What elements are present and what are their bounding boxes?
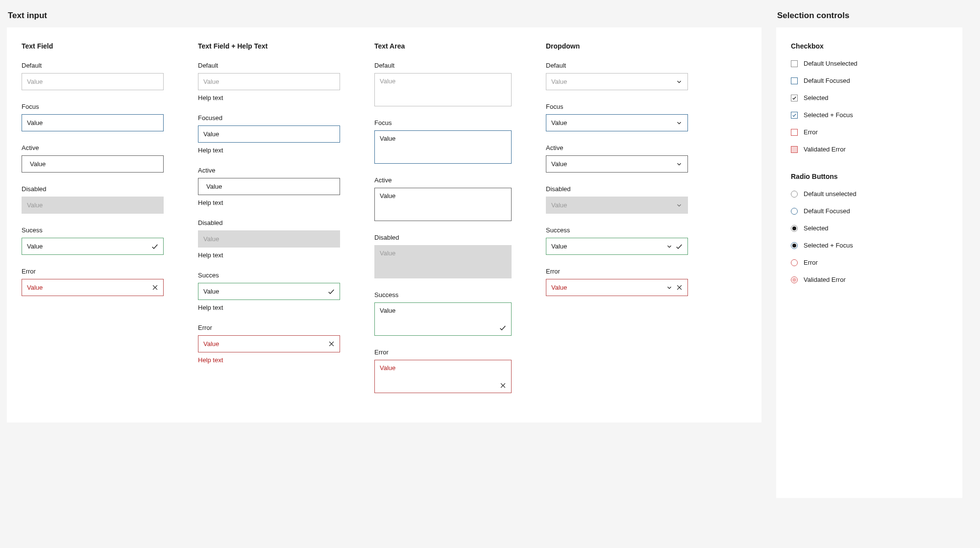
checkbox-selected-label: Selected — [804, 94, 829, 101]
radio-selected-label: Selected — [804, 224, 829, 232]
radio-default-label: Default unselected — [804, 190, 857, 198]
checkbox-validated-error-label: Validated Error — [804, 146, 846, 153]
chevron-down-icon — [675, 119, 684, 127]
radio-title: Radio Buttons — [791, 173, 948, 180]
ta-disabled-input: Value — [374, 245, 512, 278]
checkbox-focused-label: Default Focused — [804, 77, 850, 84]
tf-focus-input[interactable]: Value — [22, 114, 164, 131]
dd-focus[interactable]: Value — [546, 114, 688, 131]
dd-error-label: Error — [546, 268, 688, 275]
tf-success-label: Sucess — [22, 226, 164, 234]
tfh-disabled-help: Help text — [198, 251, 340, 259]
tfh-error-help: Help text — [198, 356, 340, 364]
checkbox-default[interactable] — [791, 60, 798, 67]
tfh-active-label: Active — [198, 167, 340, 174]
tfh-disabled-label: Disabled — [198, 219, 340, 226]
ta-focus-label: Focus — [374, 119, 512, 126]
chevron-down-icon — [675, 201, 684, 210]
tf-success-input[interactable]: Value — [22, 238, 164, 255]
text-field-help-title: Text Field + Help Text — [198, 42, 340, 50]
tfh-default-label: Default — [198, 62, 340, 69]
ta-error-input[interactable]: Value — [374, 360, 512, 393]
radio-selected-focus[interactable] — [791, 242, 798, 249]
radio-validated-error-label: Validated Error — [804, 276, 846, 283]
dd-disabled: Value — [546, 197, 688, 214]
radio-focused[interactable] — [791, 208, 798, 215]
dd-focus-label: Focus — [546, 103, 688, 110]
checkbox-selected-focus[interactable] — [791, 112, 798, 119]
tf-default-input[interactable]: Value — [22, 73, 164, 90]
checkbox-selected-focus-label: Selected + Focus — [804, 111, 853, 119]
tf-active-input[interactable]: Value — [22, 155, 164, 173]
tfh-active-help: Help text — [198, 199, 340, 206]
text-area-title: Text Area — [374, 42, 512, 50]
chevron-down-icon — [675, 77, 684, 86]
radio-focused-label: Default Focused — [804, 207, 850, 215]
check-icon — [150, 242, 159, 251]
dd-active-label: Active — [546, 144, 688, 151]
tfh-disabled-input: Value — [198, 230, 340, 248]
x-icon — [327, 340, 336, 349]
tfh-focus-label: Focused — [198, 114, 340, 122]
ta-focus-input[interactable]: Value — [374, 130, 512, 164]
tfh-error-label: Error — [198, 324, 340, 331]
tf-disabled-input: Value — [22, 197, 164, 214]
dd-success[interactable]: Value — [546, 238, 688, 255]
tfh-default-input[interactable]: Value — [198, 73, 340, 90]
ta-error-label: Error — [374, 349, 512, 356]
text-input-section-title: Text input — [8, 11, 761, 21]
checkbox-default-label: Default Unselected — [804, 60, 858, 67]
x-icon — [498, 381, 507, 390]
tfh-error-input[interactable]: Value — [198, 335, 340, 352]
check-icon — [498, 324, 507, 332]
tfh-active-input[interactable]: Value — [198, 178, 340, 195]
ta-default-input[interactable]: Value — [374, 73, 512, 106]
checkbox-validated-error[interactable] — [791, 146, 798, 153]
dd-default[interactable]: Value — [546, 73, 688, 90]
radio-error-label: Error — [804, 259, 818, 266]
tf-active-label: Active — [22, 144, 164, 151]
ta-active-input[interactable]: Value — [374, 188, 512, 221]
checkbox-focused[interactable] — [791, 77, 798, 84]
checkbox-selected[interactable] — [791, 95, 798, 101]
check-icon — [675, 242, 684, 251]
tfh-focus-input[interactable]: Value — [198, 125, 340, 143]
selection-controls-section-title: Selection controls — [777, 11, 962, 21]
tf-error-input[interactable]: Value — [22, 279, 164, 296]
ta-success-input[interactable]: Value — [374, 302, 512, 336]
tfh-default-help: Help text — [198, 94, 340, 101]
chevron-down-icon — [675, 160, 684, 169]
tfh-success-help: Help text — [198, 304, 340, 311]
text-field-title: Text Field — [22, 42, 164, 50]
x-icon — [675, 283, 684, 292]
checkbox-error[interactable] — [791, 129, 798, 136]
x-icon — [150, 283, 159, 292]
checkbox-title: Checkbox — [791, 42, 948, 50]
chevron-down-icon — [665, 242, 674, 251]
radio-selected-focus-label: Selected + Focus — [804, 242, 853, 249]
checkbox-error-label: Error — [804, 128, 818, 136]
dd-error[interactable]: Value — [546, 279, 688, 296]
chevron-down-icon — [665, 283, 674, 292]
ta-default-label: Default — [374, 62, 512, 69]
ta-success-label: Success — [374, 291, 512, 299]
ta-disabled-label: Disabled — [374, 234, 512, 241]
radio-default[interactable] — [791, 191, 798, 198]
dd-success-label: Success — [546, 226, 688, 234]
check-icon — [327, 287, 336, 296]
ta-active-label: Active — [374, 176, 512, 184]
tfh-success-label: Succes — [198, 272, 340, 279]
radio-selected[interactable] — [791, 225, 798, 232]
tf-focus-label: Focus — [22, 103, 164, 110]
radio-validated-error[interactable] — [791, 276, 798, 283]
tfh-focus-help: Help text — [198, 147, 340, 154]
dd-active[interactable]: Value — [546, 155, 688, 173]
tf-error-label: Error — [22, 268, 164, 275]
tf-disabled-label: Disabled — [22, 185, 164, 193]
tf-default-label: Default — [22, 62, 164, 69]
dd-default-label: Default — [546, 62, 688, 69]
dropdown-title: Dropdown — [546, 42, 688, 50]
tfh-success-input[interactable]: Value — [198, 283, 340, 300]
dd-disabled-label: Disabled — [546, 185, 688, 193]
radio-error[interactable] — [791, 259, 798, 266]
